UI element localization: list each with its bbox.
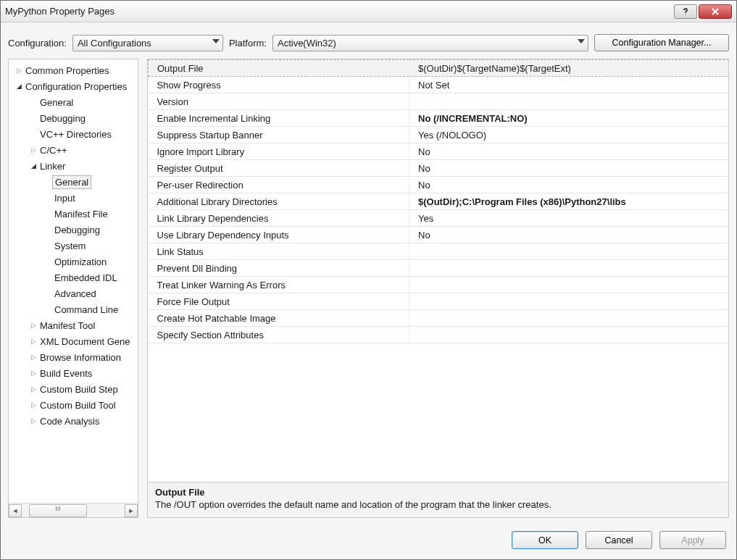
tree-item-label: Common Properties — [23, 64, 112, 77]
tree-item[interactable]: ▷System — [9, 238, 138, 254]
property-value[interactable] — [409, 310, 729, 327]
property-row[interactable]: Show ProgressNot Set — [149, 77, 729, 93]
tree-expanded-icon[interactable]: ◢ — [29, 162, 38, 170]
property-row[interactable]: Link Library DependenciesYes — [149, 210, 729, 227]
property-row[interactable]: Link Status — [149, 243, 729, 260]
property-value[interactable] — [409, 293, 729, 310]
tree-expanded-icon[interactable]: ◢ — [14, 83, 23, 90]
cancel-button[interactable]: Cancel — [586, 531, 652, 549]
tree-item-label: Debugging — [52, 224, 102, 236]
property-row[interactable]: Use Library Dependency InputsNo — [149, 227, 729, 243]
tree-item[interactable]: ▷Command Line — [9, 301, 138, 317]
tree-item[interactable]: ▷Common Properties — [9, 62, 138, 78]
tree-item[interactable]: ▷Browse Information — [9, 349, 138, 365]
property-row[interactable]: Additional Library Directories$(OutDir);… — [149, 193, 729, 210]
property-name: Show Progress — [149, 77, 409, 93]
help-button[interactable] — [674, 4, 697, 19]
tree-item[interactable]: ▷C/C++ — [9, 142, 138, 158]
property-value[interactable] — [409, 260, 729, 277]
tree-item[interactable]: ▷Debugging — [9, 110, 138, 126]
property-value[interactable]: No (/INCREMENTAL:NO) — [409, 110, 729, 127]
property-value[interactable]: Yes (/NOLOGO) — [409, 127, 729, 143]
nav-tree[interactable]: ▷Common Properties◢Configuration Propert… — [9, 59, 138, 503]
tree-item[interactable]: ◢Linker — [9, 158, 138, 174]
tree-item-label: System — [52, 240, 88, 252]
tree-item[interactable]: ▷Code Analysis — [9, 413, 138, 429]
tree-collapsed-icon[interactable]: ▷ — [29, 385, 38, 393]
property-name: Register Output — [149, 160, 409, 177]
tree-item[interactable]: ▷Input — [9, 190, 138, 206]
tree-collapsed-icon[interactable]: ▷ — [29, 354, 38, 361]
property-value[interactable]: No — [409, 143, 729, 160]
ok-button[interactable]: OK — [512, 531, 578, 549]
tree-item-label: Build Events — [38, 367, 94, 380]
property-value[interactable] — [409, 243, 729, 260]
tree-hscrollbar[interactable]: ◄ III ► — [9, 503, 138, 517]
tree-item[interactable]: ▷XML Document Gene — [9, 333, 138, 349]
tree-item[interactable]: ◢Configuration Properties — [9, 78, 138, 94]
tree-item[interactable]: ▷Embedded IDL — [9, 269, 138, 285]
property-row[interactable]: Per-user RedirectionNo — [149, 177, 729, 193]
property-value[interactable]: No — [409, 177, 729, 193]
property-row[interactable]: Specify Section Attributes — [149, 327, 729, 343]
tree-item[interactable]: ▷Build Events — [9, 365, 138, 381]
property-row[interactable]: Suppress Startup BannerYes (/NOLOGO) — [149, 127, 729, 143]
property-row[interactable]: Force File Output — [149, 293, 729, 310]
property-value[interactable]: $(OutDir);C:\Program Files (x86)\Python2… — [409, 193, 729, 210]
tree-item-label: Input — [52, 192, 78, 204]
tree-item[interactable]: ▷Manifest File — [9, 206, 138, 222]
tree-item-label: Debugging — [38, 112, 88, 125]
property-value[interactable]: No — [409, 160, 729, 177]
tree-collapsed-icon[interactable]: ▷ — [29, 146, 38, 154]
configuration-manager-button[interactable]: Configuration Manager... — [594, 34, 729, 51]
property-value[interactable] — [409, 93, 729, 110]
tree-item[interactable]: ▷Manifest Tool — [9, 317, 138, 333]
tree-item[interactable]: ▷General — [9, 174, 138, 190]
property-name: Force File Output — [149, 293, 409, 310]
tree-item-label: Manifest Tool — [38, 319, 97, 332]
tree-collapsed-icon[interactable]: ▷ — [29, 417, 38, 425]
tree-item[interactable]: ▷Debugging — [9, 222, 138, 238]
tree-collapsed-icon[interactable]: ▷ — [29, 322, 38, 329]
chevron-down-icon — [212, 39, 220, 43]
property-value[interactable]: Not Set — [409, 77, 729, 93]
tree-item-label: VC++ Directories — [38, 128, 114, 141]
property-row[interactable]: Enable Incremental LinkingNo (/INCREMENT… — [149, 110, 729, 127]
tree-item[interactable]: ▷VC++ Directories — [9, 126, 138, 142]
configuration-value: All Configurations — [78, 38, 151, 49]
tree-item[interactable]: ▷Optimization — [9, 254, 138, 269]
property-row[interactable]: Treat Linker Warning As Errors — [149, 277, 729, 293]
tree-item[interactable]: ▷Custom Build Tool — [9, 397, 138, 413]
tree-item[interactable]: ▷General — [9, 94, 138, 110]
titlebar[interactable]: MyPython Property Pages — [1, 1, 736, 22]
chevron-down-icon — [578, 39, 585, 43]
property-value[interactable] — [409, 277, 729, 293]
property-value[interactable]: Yes — [409, 210, 729, 227]
property-row[interactable]: Ignore Import LibraryNo — [149, 143, 729, 160]
property-value[interactable] — [409, 327, 729, 343]
property-row[interactable]: Create Hot Patchable Image — [149, 310, 729, 327]
scroll-left-icon[interactable]: ◄ — [9, 504, 22, 517]
property-row[interactable]: Output File$(OutDir)$(TargetName)$(Targe… — [149, 60, 729, 77]
property-name: Version — [149, 93, 409, 110]
property-row[interactable]: Register OutputNo — [149, 160, 729, 177]
tree-collapsed-icon[interactable]: ▷ — [14, 67, 23, 74]
platform-combo[interactable]: Active(Win32) — [272, 35, 588, 51]
platform-value: Active(Win32) — [278, 38, 336, 49]
tree-collapsed-icon[interactable]: ▷ — [29, 401, 38, 409]
apply-button[interactable]: Apply — [659, 531, 726, 549]
property-grid[interactable]: Output File$(OutDir)$(TargetName)$(Targe… — [148, 59, 728, 343]
scroll-thumb[interactable]: III — [29, 504, 87, 517]
property-value[interactable]: $(OutDir)$(TargetName)$(TargetExt) — [409, 60, 729, 77]
property-row[interactable]: Version — [149, 93, 729, 110]
close-button[interactable] — [699, 4, 732, 19]
configuration-combo[interactable]: All Configurations — [72, 35, 223, 51]
property-value[interactable]: No — [409, 227, 729, 243]
description-text: The /OUT option overrides the default na… — [155, 499, 721, 510]
tree-item[interactable]: ▷Advanced — [9, 285, 138, 301]
property-row[interactable]: Prevent Dll Binding — [149, 260, 729, 277]
tree-item[interactable]: ▷Custom Build Step — [9, 381, 138, 397]
scroll-right-icon[interactable]: ► — [125, 504, 138, 517]
tree-collapsed-icon[interactable]: ▷ — [29, 338, 38, 345]
tree-collapsed-icon[interactable]: ▷ — [29, 369, 38, 377]
